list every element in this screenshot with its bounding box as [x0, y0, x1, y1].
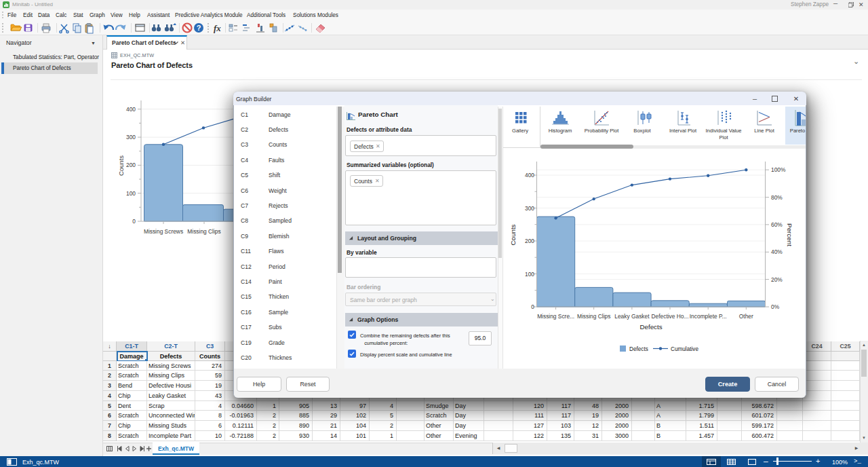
svg-text:Individual Value: Individual Value [705, 128, 741, 134]
svg-text:300: 300 [525, 205, 534, 212]
svg-text:Percent: Percent [786, 223, 793, 246]
svg-text:Counts: Counts [117, 155, 125, 176]
svg-text:Leaky Gasket: Leaky Gasket [614, 313, 650, 320]
svg-text:400: 400 [126, 106, 136, 113]
svg-text:Cumulative: Cumulative [671, 346, 698, 352]
svg-text:Line Plot: Line Plot [754, 128, 774, 134]
svg-text:Missing Scre...: Missing Scre... [537, 313, 574, 320]
svg-text:300: 300 [126, 134, 136, 141]
svg-text:fx: fx [214, 23, 221, 33]
svg-text:Histogram: Histogram [549, 128, 572, 134]
svg-text:Other: Other [739, 313, 753, 320]
svg-text:200: 200 [525, 238, 534, 244]
svg-text:Pareto: Pareto [790, 128, 805, 134]
svg-text:20%: 20% [771, 276, 783, 283]
svg-text:Defective Ho...: Defective Ho... [652, 313, 689, 320]
svg-text:Boxplot: Boxplot [633, 128, 651, 134]
svg-text:Gallery: Gallery [512, 128, 528, 134]
svg-text:60%: 60% [771, 221, 783, 228]
svg-text:Defects: Defects [639, 323, 662, 331]
svg-text:Missing Screws: Missing Screws [144, 228, 183, 235]
svg-text:200: 200 [126, 162, 136, 168]
svg-text:0: 0 [132, 218, 136, 225]
svg-text:Missing Clips: Missing Clips [577, 313, 610, 320]
svg-text:40%: 40% [771, 248, 783, 255]
svg-text:Interval Plot: Interval Plot [669, 128, 697, 134]
svg-text:80%: 80% [771, 194, 783, 201]
svg-text:Missing Clips: Missing Clips [187, 228, 220, 235]
svg-text:Incomplete P...: Incomplete P... [690, 313, 727, 320]
svg-text:400: 400 [525, 172, 534, 179]
svg-text:100: 100 [525, 271, 534, 278]
svg-text:Defects: Defects [629, 346, 648, 352]
svg-text:0%: 0% [771, 303, 780, 310]
svg-text:?: ? [197, 24, 201, 32]
svg-text:0: 0 [531, 303, 534, 310]
svg-text:Probability Plot: Probability Plot [585, 128, 620, 134]
svg-text:Plot: Plot [719, 134, 728, 141]
svg-text:100: 100 [126, 190, 136, 197]
svg-text:100%: 100% [771, 166, 786, 173]
svg-text:Counts: Counts [509, 224, 517, 245]
